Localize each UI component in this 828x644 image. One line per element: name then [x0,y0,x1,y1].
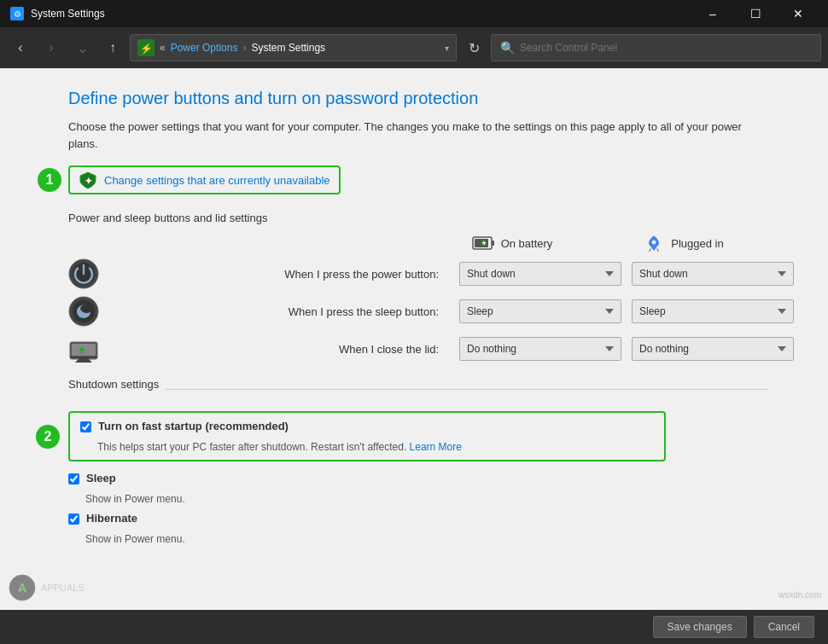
lid-icon [68,334,99,364]
sleep-button-icon [68,296,99,327]
fast-startup-row: Turn on fast startup (recommended) [80,420,654,432]
watermark-text: APPUALS [41,583,85,593]
window-title: System Settings [31,8,105,20]
wsxdn-watermark: wsxdn.com [778,590,821,600]
app-icon: ⚙ [10,7,24,20]
cancel-button[interactable]: Cancel [754,616,814,638]
col-header-battery: On battery [427,235,598,252]
sleep-checkbox[interactable] [68,473,79,484]
page-description: Choose the power settings that you want … [68,119,751,152]
fast-startup-box: Turn on fast startup (recommended) This … [68,411,666,461]
svg-point-13 [73,300,95,322]
breadcrumb: ⚡ « Power Options › System Settings ▾ [130,34,457,61]
change-settings-wrapper: 1 ✦ Change settings that are currently u… [68,165,794,194]
fast-startup-checkbox[interactable] [80,421,91,432]
sleep-checkbox-row: Sleep Show in Power menu. [68,472,666,505]
svg-text:⚡: ⚡ [140,42,153,55]
power-button-battery-select[interactable]: Shut down Do nothing Sleep Hibernate Tur… [459,262,621,286]
window-controls: – ☐ ✕ [693,0,818,27]
shutdown-section-heading: Shutdown settings [68,378,159,391]
maximize-button[interactable]: ☐ [736,0,775,27]
lid-battery-select[interactable]: Do nothing Sleep Hibernate Shut down Tur… [459,337,621,361]
shield-icon: ✦ [79,171,97,189]
lid-label: When I close the lid: [109,343,449,356]
svg-rect-6 [492,241,494,246]
lid-row: When I close the lid: Do nothing Sleep H… [68,334,794,364]
breadcrumb-current: System Settings [251,42,325,54]
shutdown-settings: 2 Turn on fast startup (recommended) Thi… [68,411,666,545]
power-section-heading: Power and sleep buttons and lid settings [68,212,794,224]
breadcrumb-dropdown-icon[interactable]: ▾ [445,44,449,53]
search-icon: 🔍 [500,41,515,55]
search-box: 🔍 [491,34,821,61]
power-button-label: When I press the power button: [109,268,449,281]
title-bar: ⚙ System Settings – ☐ ✕ [0,0,828,27]
lid-close-icon [68,334,99,364]
fast-startup-wrapper: 2 Turn on fast startup (recommended) Thi… [68,411,666,461]
back-button[interactable]: ‹ [7,34,34,61]
col-header-plugged: Plugged in [598,235,768,252]
svg-text:A: A [18,581,26,595]
svg-text:⚙: ⚙ [14,9,21,19]
battery-icon [472,235,496,252]
sleep-button-battery-select[interactable]: Sleep Do nothing Hibernate Shut down Tur… [459,299,621,323]
app-logo-watermark: A APPUALS [9,574,85,601]
change-settings-label: Change settings that are currently unava… [104,174,330,187]
refresh-button[interactable]: ↻ [460,34,487,61]
plugged-icon [642,235,666,252]
annotation-2: 2 [36,425,60,449]
hibernate-checkbox-sub: Show in Power menu. [85,533,666,545]
bottom-bar: Save changes Cancel [0,610,828,644]
sleep-checkbox-label: Sleep [86,472,116,484]
close-button[interactable]: ✕ [778,0,818,27]
forward-button[interactable]: › [38,34,65,61]
fast-startup-label: Turn on fast startup (recommended) [98,420,289,432]
search-input[interactable] [520,42,812,54]
breadcrumb-link[interactable]: Power Options [171,42,238,54]
power-icon [68,258,99,289]
learn-more-link[interactable]: Learn More [410,441,462,453]
annotation-1: 1 [38,168,61,192]
sleep-button-plugged-select[interactable]: Sleep Do nothing Hibernate Shut down Tur… [632,299,794,323]
hibernate-checkbox[interactable] [68,513,79,525]
hibernate-checkbox-label: Hibernate [86,512,137,525]
minimize-button[interactable]: – [693,0,732,27]
recent-locations-button[interactable]: ⌄ [68,34,96,61]
breadcrumb-icon: ⚡ [137,39,155,56]
sleep-checkbox-sub: Show in Power menu. [85,493,666,505]
breadcrumb-prefix: « [160,42,166,54]
power-button-icon [68,258,99,289]
change-settings-link[interactable]: ✦ Change settings that are currently una… [68,165,341,194]
lid-plugged-select[interactable]: Do nothing Sleep Hibernate Shut down Tur… [632,337,794,361]
fast-startup-desc: This helps start your PC faster after sh… [97,441,654,453]
appuals-logo: A [9,574,36,601]
up-button[interactable]: ↑ [99,34,126,61]
main-content: Define power buttons and turn on passwor… [0,68,828,610]
sleep-icon [68,296,99,327]
hibernate-checkbox-row: Hibernate Show in Power menu. [68,512,666,545]
breadcrumb-separator: › [242,42,246,54]
sleep-button-row: When I press the sleep button: Sleep Do … [68,296,794,327]
nav-bar: ‹ › ⌄ ↑ ⚡ « Power Options › System Setti… [0,27,828,68]
svg-point-9 [652,241,656,245]
page-title: Define power buttons and turn on passwor… [68,89,794,108]
sleep-button-label: When I press the sleep button: [109,305,449,318]
power-button-row: When I press the power button: Shut down… [68,258,794,289]
svg-text:✦: ✦ [85,176,92,186]
power-button-plugged-select[interactable]: Shut down Do nothing Sleep Hibernate Tur… [632,262,794,286]
save-changes-button[interactable]: Save changes [653,616,747,638]
